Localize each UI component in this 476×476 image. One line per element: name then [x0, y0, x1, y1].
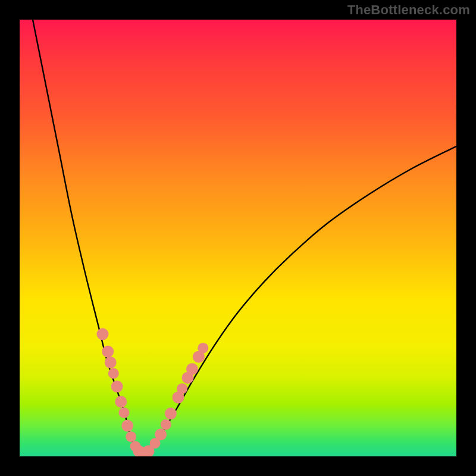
- marker-point: [155, 428, 167, 440]
- marker-point: [111, 381, 123, 393]
- marker-point: [118, 408, 129, 418]
- marker-point: [126, 431, 136, 442]
- marker-point: [186, 363, 198, 375]
- chart-svg: [20, 20, 456, 456]
- watermark-text: TheBottleneck.com: [347, 2, 470, 18]
- marker-point: [177, 383, 187, 394]
- marker-point: [121, 420, 133, 432]
- marker-group: [96, 328, 208, 456]
- plot-area: [20, 20, 456, 456]
- marker-point: [198, 343, 208, 353]
- marker-point: [108, 368, 119, 379]
- marker-point: [96, 328, 108, 340]
- marker-point: [102, 346, 114, 358]
- chart-container: TheBottleneck.com: [0, 0, 476, 476]
- marker-point: [115, 396, 127, 408]
- marker-point: [105, 356, 117, 368]
- bottleneck-curve-path: [33, 20, 456, 454]
- marker-point: [161, 419, 171, 430]
- marker-point: [165, 408, 177, 419]
